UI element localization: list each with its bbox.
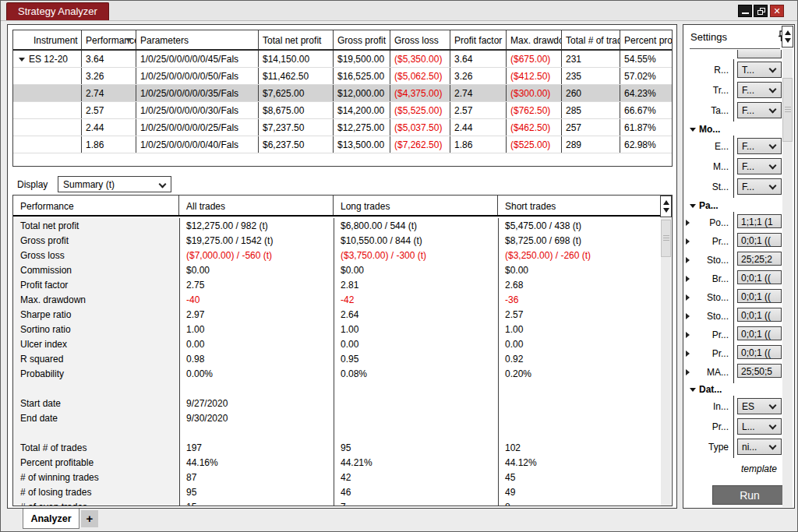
column-header-profit-factor[interactable]: Profit factor [450,30,507,49]
setting-dropdown[interactable]: ni... [737,439,782,455]
column-header-parameters[interactable]: Parameters [136,30,259,49]
column-header-performance[interactable]: Performance [82,30,136,49]
setting-dropdown[interactable]: ES [737,398,782,414]
summary-column-header-long-trades[interactable]: Long trades [334,196,498,215]
collapse-icon[interactable] [690,388,696,392]
summary-header-row: PerformanceAll tradesLong tradesShort tr… [13,196,672,217]
setting-dropdown[interactable]: T... [737,62,782,78]
collapse-icon[interactable] [690,204,696,208]
expand-icon[interactable] [686,220,690,226]
template-link[interactable]: template [741,463,777,474]
settings-row: Sto...0;0;1 (( [683,308,783,325]
summary-scrollbar-thumb[interactable] [661,220,671,257]
settings-title: Settings [690,31,727,43]
scroll-up-icon[interactable] [785,30,791,35]
run-button[interactable]: Run [712,485,787,505]
column-header-label: Gross loss [394,35,439,46]
short-trades-value: $8,725.00 / 698 (t) [498,233,672,248]
setting-value-field[interactable]: 0;0;1 (( [737,308,782,322]
percent-profitable-cell: 57.02% [620,68,672,84]
short-trades-value: 8 [498,499,672,506]
column-header-gross-loss[interactable]: Gross loss [390,30,450,49]
column-header-percent-profitable[interactable]: Percent profitable [620,30,672,49]
setting-dropdown[interactable]: F... [737,138,782,154]
results-row[interactable]: 3.261/0/25/0/0/0/0/0/50/Fals$11,462.50$1… [13,68,672,85]
setting-value-field[interactable]: 0;0;1 (( [737,233,782,247]
settings-scrollbar[interactable] [782,48,793,507]
column-header-max-drawdown[interactable]: Max. drawdown [507,30,562,49]
expand-icon[interactable] [686,257,690,263]
results-row[interactable]: 2.571/0/25/0/0/0/0/0/30/Fals$8,675.00$14… [13,102,672,119]
setting-dropdown[interactable]: F... [737,82,782,98]
add-tab-button[interactable]: + [81,510,98,527]
window-title[interactable]: Strategy Analyzer [6,2,109,20]
summary-column-header-short-trades[interactable]: Short trades [498,196,672,215]
display-dropdown[interactable]: Summary (t) [58,176,171,192]
settings-section-dat[interactable]: Dat... [688,384,782,396]
summary-column-header-all-trades[interactable]: All trades [179,196,334,215]
column-divider [334,218,334,506]
summary-row: Probability0.00%0.08%0.20% [13,366,672,381]
results-row[interactable]: 2.441/0/25/0/0/0/0/0/25/Fals$7,237.50$12… [13,119,672,136]
scroll-down-icon[interactable] [663,208,669,213]
setting-value-field[interactable]: 25;50;5 [737,364,782,378]
summary-row: Commission$0.00$0.00$0.00 [13,262,672,277]
expand-icon[interactable] [686,369,690,375]
metric-label: Probability [13,366,179,381]
settings-row: Po...1;1;1 (1 [683,214,783,231]
divider [733,136,734,157]
total-net-profit-cell: $6,237.50 [259,136,334,153]
chevron-down-icon [769,402,777,410]
setting-value-field[interactable]: 0;0;1 (( [737,270,782,284]
summary-scrollbar[interactable] [661,218,671,506]
setting-value-field[interactable]: 1;1;1 (1 [737,214,782,228]
partial-dropdown[interactable] [737,50,782,58]
scroll-down-icon[interactable] [785,38,791,43]
setting-dropdown[interactable]: F... [737,158,782,174]
close-button[interactable]: ✕ [770,5,784,17]
setting-value-field[interactable]: 0;0;1 (( [737,326,782,340]
all-trades-value: 2.97 [179,307,334,322]
setting-value-field[interactable]: 0;0;1 (( [737,289,782,303]
setting-dropdown[interactable]: F... [737,102,782,118]
setting-dropdown[interactable]: F... [737,178,782,195]
results-row[interactable]: 1.861/0/25/0/0/0/0/0/40/Fals$6,237.50$13… [13,136,672,153]
collapse-icon[interactable] [690,128,696,132]
expand-icon[interactable] [686,238,690,245]
summary-row: Percent profitable44.16%44.21%44.12% [13,455,672,470]
setting-dropdown[interactable]: L... [737,418,782,435]
expand-icon[interactable] [686,332,690,338]
row-expander-icon[interactable] [19,58,25,62]
tab-analyzer[interactable]: Analyzer [23,509,79,529]
restore-button[interactable] [754,5,768,17]
title-bar[interactable]: Strategy Analyzer ✕ [1,1,797,21]
divider [733,59,734,81]
setting-label: Pr... [693,348,729,359]
settings-section-mo[interactable]: Mo... [688,124,782,136]
expand-icon[interactable] [686,294,690,301]
results-row[interactable]: ES 12-203.641/0/25/0/0/0/0/0/45/Fals$14,… [13,51,672,68]
column-header-instrument[interactable]: Instrument [13,30,82,49]
settings-scrollbar-thumb[interactable] [782,78,793,142]
long-trades-value: ($3,750.00) / -300 (t) [334,248,498,262]
summary-row: Gross loss($7,000.00) / -560 (t)($3,750.… [13,248,672,262]
column-header-gross-profit[interactable]: Gross profit [334,30,390,49]
column-header-total-net-profit[interactable]: Total net profit [259,30,334,49]
profit-factor-cell: 3.26 [450,68,507,84]
setting-label: Tr... [683,85,729,96]
expand-icon[interactable] [686,313,690,319]
setting-value-field[interactable]: 0;0;1 (( [737,345,782,359]
settings-section-pa[interactable]: Pa... [688,200,782,213]
expand-icon[interactable] [686,351,690,357]
column-header-total-of-trades[interactable]: Total # of trades [562,30,620,49]
max-drawdown-cell: ($412.50) [507,68,562,84]
scroll-up-icon[interactable] [663,200,669,205]
results-row[interactable]: 2.741/0/25/0/0/0/0/0/35/Fals$7,625.00$12… [13,85,672,102]
expand-icon[interactable] [686,276,690,282]
settings-panel: Settings R...T...Tr...F...Ta...F...Mo...… [683,24,795,509]
minimize-button[interactable] [738,5,752,17]
setting-value: 0;0;1 (( [741,347,771,358]
setting-value-field[interactable]: 25;25;2 [737,252,782,266]
summary-column-header-performance[interactable]: Performance [13,196,179,215]
setting-label: M... [683,161,729,172]
